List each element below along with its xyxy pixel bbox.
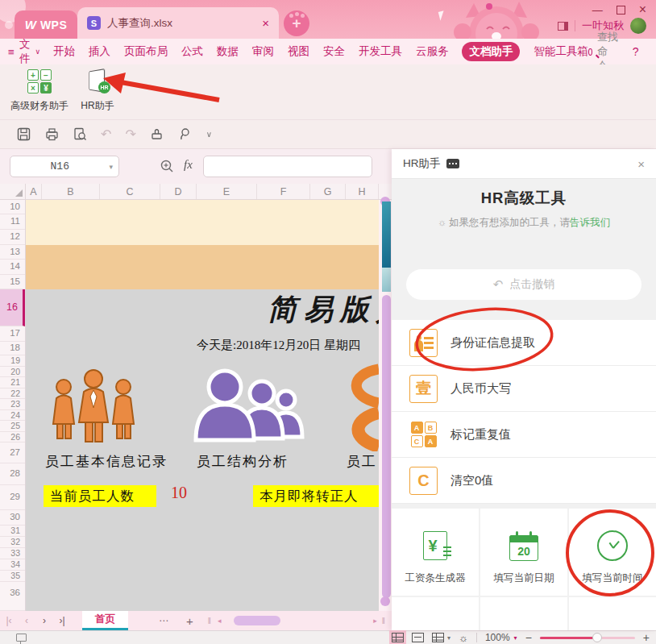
tile-number-to-text-outline[interactable]: 123ABC xyxy=(480,597,567,630)
zoom-search-icon[interactable] xyxy=(160,159,174,177)
row-header[interactable]: 23 xyxy=(0,399,25,410)
row-header[interactable]: 16 xyxy=(0,289,25,326)
row-header[interactable]: 34 xyxy=(0,559,25,571)
row-header[interactable]: 27 xyxy=(0,442,25,463)
page-layout-view-icon[interactable] xyxy=(412,633,424,642)
redo-icon[interactable]: ↷ xyxy=(125,128,135,141)
add-sheet-icon[interactable]: + xyxy=(186,614,193,628)
row-header[interactable]: 18 xyxy=(0,342,25,355)
row-header[interactable]: 12 xyxy=(0,230,25,245)
column-header[interactable]: A xyxy=(26,184,42,199)
hr-assistant-button[interactable]: HR HR助手 xyxy=(63,69,132,113)
click-undo-button[interactable]: ↶ 点击撤销 xyxy=(406,269,641,300)
menu-item[interactable]: 开始 xyxy=(53,44,75,59)
row-header[interactable]: 14 xyxy=(0,260,25,275)
tool-item-mark-duplicates[interactable]: A B C A 标记重复值 xyxy=(392,412,656,458)
select-all-corner[interactable] xyxy=(0,184,26,199)
last-sheet-icon[interactable]: ›| xyxy=(53,615,71,626)
page-break-view-icon[interactable] xyxy=(432,633,444,642)
menu-item[interactable]: 数据 xyxy=(217,44,239,59)
sheet-tab-home[interactable]: 首页 xyxy=(82,611,128,630)
zoom-level-label[interactable]: 100% xyxy=(485,632,510,643)
tool-item-rmb-caps[interactable]: 壹 人民币大写 xyxy=(392,366,656,412)
row-header[interactable]: 13 xyxy=(0,245,25,260)
column-header[interactable]: C xyxy=(100,184,160,199)
tile-excel-x[interactable] xyxy=(569,597,656,630)
row-header[interactable]: 31 xyxy=(0,526,25,537)
menu-item[interactable]: 文档助手 xyxy=(462,42,520,61)
undo-icon[interactable]: ↶ xyxy=(101,128,111,141)
row-header[interactable]: 19 xyxy=(0,355,25,367)
row-header[interactable]: 25 xyxy=(0,421,25,432)
menu-item[interactable]: 智能工具箱 xyxy=(534,44,588,59)
eye-protection-icon[interactable]: ☼ xyxy=(459,633,468,643)
chat-bubble-icon[interactable] xyxy=(446,159,459,168)
document-tab[interactable]: S 人事查询.xlsx × xyxy=(77,7,279,39)
row-header[interactable]: 32 xyxy=(0,537,25,548)
row-header[interactable]: 15 xyxy=(0,275,25,289)
normal-view-icon[interactable] xyxy=(392,633,404,642)
fx-insert-function[interactable]: fx xyxy=(184,158,193,172)
prev-sheet-icon[interactable]: ‹ xyxy=(18,615,35,626)
toolbar-dropdown-icon[interactable]: ∨ xyxy=(206,130,212,139)
hscroll-left-icon[interactable]: ◂ xyxy=(218,617,222,625)
print-icon[interactable] xyxy=(44,127,59,142)
view-dropdown-icon[interactable]: ▾ xyxy=(447,634,450,642)
print-preview-icon[interactable] xyxy=(73,127,87,142)
row-header[interactable]: 35 xyxy=(0,571,25,582)
maximize-button[interactable] xyxy=(617,6,625,15)
tool-item-id-extract[interactable]: 身份证信息提取 xyxy=(392,320,656,366)
tool-item-clear-zeros[interactable]: C 清空0值 xyxy=(392,458,656,504)
wps-home-tab[interactable]: W WPS xyxy=(15,10,77,39)
row-header[interactable]: 21 xyxy=(0,377,25,388)
menu-item[interactable]: 审阅 xyxy=(252,44,274,59)
file-menu[interactable]: ≡ 文件 ∨ xyxy=(8,37,40,66)
horizontal-scroll-thumb[interactable] xyxy=(234,616,280,625)
column-header[interactable]: E xyxy=(197,184,257,199)
vertical-scroll-thumb[interactable] xyxy=(382,295,391,598)
first-sheet-icon[interactable]: |‹ xyxy=(0,615,18,626)
zoom-in-icon[interactable]: + xyxy=(643,632,650,643)
menu-item[interactable]: 公式 xyxy=(181,44,203,59)
menu-item[interactable]: 开发工具 xyxy=(359,44,402,59)
formula-input[interactable] xyxy=(203,156,372,177)
tile-salary-generator[interactable]: ¥ 工资条生成器 xyxy=(392,509,479,596)
tell-us-link[interactable]: 告诉我们 xyxy=(570,217,610,228)
kebab-menu-icon[interactable]: ⋮ xyxy=(652,45,656,58)
row-header[interactable]: 29 xyxy=(0,485,25,510)
structure-analysis-icon[interactable] xyxy=(191,366,313,447)
row-header[interactable]: 30 xyxy=(0,510,25,526)
help-icon[interactable]: ? xyxy=(633,45,639,58)
minimize-button[interactable]: — xyxy=(592,4,603,16)
row-header[interactable]: 10 xyxy=(0,200,25,214)
splitter-icon[interactable]: ‖ xyxy=(382,617,385,625)
column-header[interactable]: B xyxy=(42,184,100,199)
macro-status-icon[interactable] xyxy=(16,634,27,642)
column-header[interactable]: H xyxy=(346,184,379,199)
column-header[interactable]: D xyxy=(160,184,197,199)
partial-orange-icon[interactable] xyxy=(343,361,379,451)
panel-close-icon[interactable]: × xyxy=(637,157,645,171)
zoom-slider[interactable] xyxy=(540,637,635,639)
tile-fill-current-date[interactable]: 20 填写当前日期 xyxy=(480,509,567,596)
sheet-canvas[interactable]: 简易版人 今天是:2018年12月20日 星期四 xyxy=(26,200,379,611)
splitter-icon[interactable]: ‖ xyxy=(208,617,211,625)
tile-fill-current-time[interactable]: 填写当前时间 xyxy=(569,509,656,596)
document-tab-close-icon[interactable]: × xyxy=(262,16,269,30)
row-header[interactable]: 11 xyxy=(0,214,25,230)
sidebar-layout-icon[interactable] xyxy=(558,22,568,31)
zoom-dropdown-icon[interactable]: ▾ xyxy=(514,634,517,642)
employees-group-icon[interactable] xyxy=(42,366,148,448)
format-painter-icon[interactable] xyxy=(150,127,164,142)
row-header[interactable]: 33 xyxy=(0,548,25,559)
row-header[interactable]: 24 xyxy=(0,410,25,422)
zoom-slider-thumb[interactable] xyxy=(592,633,602,642)
sheet-list-icon[interactable]: ⋯ xyxy=(159,615,168,626)
row-header[interactable]: 26 xyxy=(0,432,25,443)
scroll-down-button[interactable] xyxy=(380,596,390,606)
row-header[interactable]: 22 xyxy=(0,388,25,400)
name-box[interactable]: N16 ▾ xyxy=(10,156,119,177)
menu-item[interactable]: 插入 xyxy=(89,44,110,59)
column-header[interactable]: G xyxy=(310,184,346,199)
tile-number-to-text-filled[interactable]: 123ABC xyxy=(392,597,479,630)
